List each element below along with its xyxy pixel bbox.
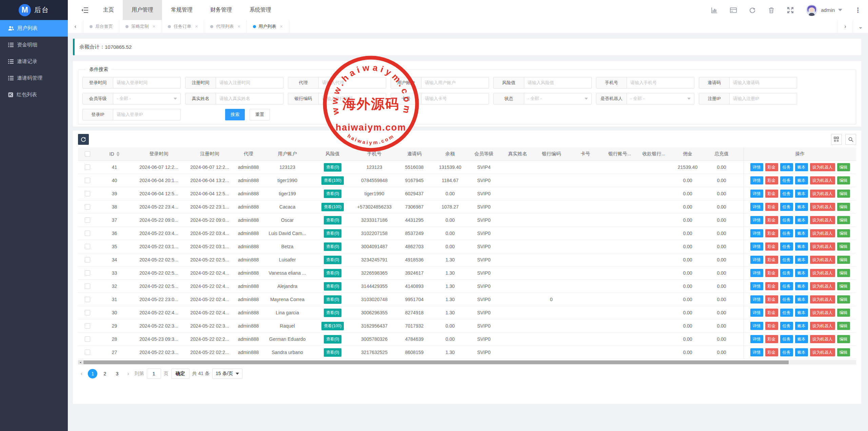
select-all-checkbox-cell[interactable] (78, 148, 97, 161)
op-button-任务[interactable]: 任务 (780, 216, 793, 224)
close-tab-icon[interactable]: × (280, 24, 283, 29)
sidebar-item-红包列表[interactable]: 红包列表 (0, 86, 68, 103)
sidebar-item-邀请码管理[interactable]: 邀请码管理 (0, 70, 68, 86)
op-button-编辑[interactable]: 编辑 (837, 190, 850, 198)
risk-view-badge[interactable]: 查看(0) (324, 256, 342, 264)
close-tab-icon[interactable]: × (237, 24, 240, 29)
op-button-编辑[interactable]: 编辑 (837, 256, 850, 264)
row-checkbox[interactable] (85, 231, 90, 236)
field-input[interactable]: 请输入卡号 (421, 93, 489, 104)
risk-view-badge[interactable]: 查看(0) (324, 335, 342, 344)
op-button-设为机器人[interactable]: 设为机器人 (810, 282, 835, 290)
op-button-彩金[interactable]: 彩金 (765, 190, 778, 198)
op-button-账本[interactable]: 账本 (795, 348, 808, 356)
op-button-编辑[interactable]: 编辑 (837, 309, 850, 317)
op-button-账本[interactable]: 账本 (795, 242, 808, 251)
row-checkbox[interactable] (85, 217, 90, 223)
op-button-彩金[interactable]: 彩金 (765, 176, 778, 184)
op-button-账本[interactable]: 账本 (795, 163, 808, 171)
op-button-彩金[interactable]: 彩金 (765, 348, 778, 356)
op-button-任务[interactable]: 任务 (780, 229, 793, 237)
select-all-checkbox[interactable] (85, 151, 90, 157)
field-input[interactable]: 请输入手机号 (627, 77, 694, 88)
op-button-编辑[interactable]: 编辑 (837, 216, 850, 224)
field-input[interactable]: 请输入注册IP (730, 93, 797, 104)
field-input[interactable]: 请输入银行编码 (319, 93, 386, 104)
op-button-设为机器人[interactable]: 设为机器人 (810, 348, 835, 356)
risk-view-badge[interactable]: 查看(0) (324, 190, 342, 198)
op-button-编辑[interactable]: 编辑 (837, 322, 850, 330)
refresh-table-button[interactable] (78, 134, 89, 145)
sidebar-item-用户列表[interactable]: 用户列表 (0, 20, 68, 37)
row-checkbox[interactable] (85, 178, 90, 183)
tab-任务订单[interactable]: 任务订单× (162, 20, 204, 33)
tab-用户列表[interactable]: 用户列表× (247, 20, 289, 33)
op-button-任务[interactable]: 任务 (780, 295, 793, 303)
risk-view-badge[interactable]: 查看(0) (324, 229, 342, 238)
goto-page-input[interactable]: 1 (147, 369, 161, 379)
op-button-彩金[interactable]: 彩金 (765, 269, 778, 277)
risk-view-badge[interactable]: 查看(0) (324, 309, 342, 317)
risk-view-badge[interactable]: 查看(0) (324, 242, 342, 251)
prev-page-icon[interactable]: ‹ (78, 371, 85, 377)
close-tab-icon[interactable]: × (153, 24, 155, 29)
trash-icon[interactable] (768, 7, 775, 14)
op-button-任务[interactable]: 任务 (780, 282, 793, 290)
op-button-设为机器人[interactable]: 设为机器人 (810, 216, 835, 224)
op-button-设为机器人[interactable]: 设为机器人 (810, 269, 835, 277)
op-button-账本[interactable]: 账本 (795, 176, 808, 184)
sidebar-item-资金明细[interactable]: 资金明细 (0, 37, 68, 53)
op-button-详情[interactable]: 详情 (750, 295, 763, 303)
op-button-详情[interactable]: 详情 (750, 348, 763, 356)
nav-item-财务管理[interactable]: 财务管理 (201, 0, 241, 20)
op-button-编辑[interactable]: 编辑 (837, 242, 850, 251)
reset-button[interactable]: 重置 (250, 109, 270, 120)
op-button-任务[interactable]: 任务 (780, 269, 793, 277)
op-button-详情[interactable]: 详情 (750, 256, 763, 264)
op-button-设为机器人[interactable]: 设为机器人 (810, 163, 835, 171)
tabs-scroll-right-icon[interactable]: › (837, 20, 853, 33)
op-button-账本[interactable]: 账本 (795, 295, 808, 303)
op-button-任务[interactable]: 任务 (780, 309, 793, 317)
op-button-编辑[interactable]: 编辑 (837, 269, 850, 277)
row-checkbox[interactable] (85, 297, 90, 302)
op-button-账本[interactable]: 账本 (795, 282, 808, 290)
scrollbar-thumb[interactable] (83, 360, 789, 364)
field-input[interactable]: 请输入真实姓名 (216, 93, 283, 104)
op-button-编辑[interactable]: 编辑 (837, 282, 850, 290)
risk-view-badge[interactable]: 查看(0) (324, 216, 342, 224)
row-checkbox[interactable] (85, 350, 90, 355)
op-button-设为机器人[interactable]: 设为机器人 (810, 335, 835, 343)
op-button-设为机器人[interactable]: 设为机器人 (810, 256, 835, 264)
op-button-彩金[interactable]: 彩金 (765, 203, 778, 211)
field-select[interactable]: - 全部 - (113, 93, 180, 104)
confirm-button[interactable]: 确定 (171, 369, 190, 379)
op-button-设为机器人[interactable]: 设为机器人 (810, 295, 835, 303)
tabs-scroll-left-icon[interactable]: ‹ (68, 20, 83, 33)
nav-item-常规管理[interactable]: 常规管理 (162, 0, 201, 20)
row-checkbox[interactable] (85, 270, 90, 276)
op-button-详情[interactable]: 详情 (750, 229, 763, 237)
op-button-设为机器人[interactable]: 设为机器人 (810, 190, 835, 198)
field-input[interactable]: 请输入用户账户 (421, 77, 489, 88)
row-checkbox[interactable] (85, 204, 90, 210)
risk-view-badge[interactable]: 查看(0) (324, 282, 342, 291)
sidebar-item-邀请记录[interactable]: 邀请记录 (0, 53, 68, 70)
op-button-彩金[interactable]: 彩金 (765, 282, 778, 290)
row-checkbox[interactable] (85, 310, 90, 315)
op-button-详情[interactable]: 详情 (750, 216, 763, 224)
sort-icon[interactable] (116, 152, 120, 156)
op-button-任务[interactable]: 任务 (780, 335, 793, 343)
op-button-账本[interactable]: 账本 (795, 269, 808, 277)
op-button-账本[interactable]: 账本 (795, 203, 808, 211)
chart-icon[interactable] (711, 7, 718, 14)
op-button-任务[interactable]: 任务 (780, 322, 793, 330)
nav-item-主页[interactable]: 主页 (94, 0, 123, 20)
op-button-编辑[interactable]: 编辑 (837, 229, 850, 237)
tab-策略定制[interactable]: 策略定制× (119, 20, 162, 33)
op-button-账本[interactable]: 账本 (795, 216, 808, 224)
op-button-账本[interactable]: 账本 (795, 309, 808, 317)
op-button-任务[interactable]: 任务 (780, 256, 793, 264)
op-button-任务[interactable]: 任务 (780, 190, 793, 198)
page-size-select[interactable]: 15 条/页 (212, 369, 242, 379)
